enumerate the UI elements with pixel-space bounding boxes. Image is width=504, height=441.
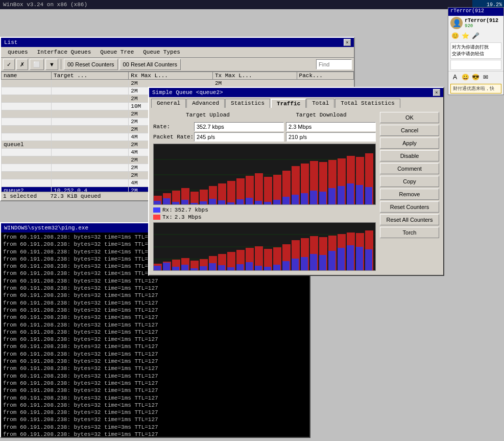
svg-rect-34 — [292, 195, 299, 205]
menu-interface-queues[interactable]: Interface Queues — [33, 48, 96, 56]
chat-smiley-btn[interactable]: 😊 — [450, 31, 460, 40]
svg-rect-6 — [163, 198, 170, 205]
comment-button[interactable]: Comment — [380, 163, 439, 174]
terminal-line: from 60.191.208.238: bytes=32 time<1ms T… — [3, 314, 307, 321]
table-row[interactable]: 2M 2M — [2, 80, 354, 87]
cell-target: 10.252.0.4 — [52, 187, 129, 192]
svg-rect-26 — [255, 201, 262, 205]
cell-name — [2, 118, 52, 126]
svg-rect-79 — [264, 267, 271, 271]
cell-name: queuel — [2, 141, 52, 149]
reset-counters-dialog-btn[interactable]: Reset Counters — [380, 201, 439, 213]
terminal-title-text: WINDOWS\system32\ping.exe — [4, 225, 88, 231]
chart-legend: Rx: 352.7 kbps Tx: 2.3 Mbps — [153, 207, 376, 220]
legend-rx: Rx: 352.7 kbps — [153, 207, 376, 213]
svg-rect-30 — [273, 200, 280, 205]
svg-rect-27 — [264, 177, 272, 205]
check-btn[interactable]: ✓ — [3, 59, 15, 70]
svg-rect-85 — [292, 259, 299, 271]
tab-statistics[interactable]: Statistics — [225, 99, 270, 108]
queue-list-title: List — [4, 39, 17, 45]
cancel-button[interactable]: Cancel — [380, 125, 439, 136]
cell-pack — [297, 80, 353, 87]
simple-queue-close-btn[interactable]: × — [433, 89, 440, 96]
terminal-line: from 60.191.208.238: bytes=32 time=1ms T… — [3, 409, 307, 416]
packet-rate-upload-field[interactable] — [194, 132, 284, 142]
terminal-line: from 60.191.208.238: bytes=32 time=1ms T… — [3, 394, 307, 402]
queue-list-close-btn[interactable]: × — [344, 39, 351, 46]
find-input[interactable] — [316, 59, 352, 69]
chat-user-row: 👤 rTerror(912 920 — [448, 16, 503, 30]
svg-rect-25 — [255, 173, 263, 205]
col-tx-max[interactable]: Tx Max L... — [212, 72, 297, 80]
queue-list-titlebar: List × — [1, 38, 354, 47]
queue-list-menubar: queues Interface Queues Queue Tree Queue… — [1, 47, 354, 58]
chat-star-btn[interactable]: ⭐ — [461, 31, 470, 40]
download-col: Target Download — [267, 112, 376, 119]
chat-bottom-btn3[interactable]: 😎 — [471, 73, 480, 82]
col-rx-max[interactable]: Rx Max L... — [129, 72, 213, 80]
torch-button[interactable]: Torch — [380, 227, 439, 238]
svg-rect-14 — [200, 201, 207, 205]
cancel-btn[interactable]: ✗ — [16, 59, 28, 70]
disable-button[interactable]: Disable — [380, 150, 439, 161]
tab-traffic[interactable]: Traffic — [271, 99, 306, 108]
menu-queues[interactable]: queues — [3, 48, 33, 56]
reset-counters-btn[interactable]: 00 Reset Counters — [64, 59, 118, 70]
svg-rect-4 — [154, 201, 161, 205]
cell-target — [52, 103, 129, 110]
copy-button[interactable]: Copy — [380, 176, 439, 187]
rate-label: Rate: — [153, 124, 194, 130]
legend-rx-color — [153, 207, 160, 213]
tab-advanced[interactable]: Advanced — [186, 99, 225, 108]
svg-rect-97 — [347, 245, 354, 271]
col-target[interactable]: Target ... — [52, 72, 129, 80]
svg-rect-55 — [154, 266, 161, 271]
rate-upload-field[interactable] — [194, 122, 284, 131]
upload-label: Target Upload — [153, 112, 262, 118]
download-label: Target Download — [267, 112, 376, 118]
terminal-line: from 60.191.208.238: bytes=32 time=1ms T… — [3, 299, 307, 307]
col-pack[interactable]: Pack... — [297, 72, 353, 80]
remove-button[interactable]: Remove — [380, 189, 439, 200]
copy-btn[interactable]: ⬜ — [30, 59, 44, 70]
chat-online-count: 920 — [465, 24, 498, 29]
svg-rect-22 — [236, 199, 244, 205]
simple-queue-titlebar: Simple Queue <queue2> × — [149, 88, 443, 97]
cell-name — [2, 133, 52, 141]
terminal-line: from 60.191.208.238: bytes=32 time=1ms T… — [3, 329, 307, 336]
tab-total[interactable]: Total — [306, 99, 334, 108]
svg-rect-8 — [172, 202, 179, 205]
tab-total-statistics[interactable]: Total Statistics — [335, 99, 400, 108]
svg-rect-75 — [246, 262, 253, 271]
menu-queue-tree[interactable]: Queue Tree — [95, 48, 138, 56]
packet-rate-download-field[interactable] — [286, 132, 376, 142]
chat-mic-btn[interactable]: 🎤 — [471, 31, 480, 40]
chat-bottom-btn2[interactable]: 😀 — [461, 73, 470, 82]
queued-size: 72.3 KiB queued — [50, 193, 101, 199]
svg-rect-95 — [338, 248, 345, 271]
filter-btn[interactable]: ▼ — [45, 59, 58, 70]
terminal-line: from 60.191.208.238: bytes=32 time=1ms T… — [3, 321, 307, 329]
reset-all-counters-btn[interactable]: 00 Reset All Counters — [119, 59, 181, 70]
terminal-line: from 60.191.208.238: bytes=32 time=1ms T… — [3, 416, 307, 423]
terminal-line: from 60.191.208.238: bytes=32 time=1ms T… — [3, 285, 307, 292]
svg-rect-99 — [356, 247, 363, 271]
chat-bottom-btn4[interactable]: ✉ — [481, 73, 490, 82]
apply-button[interactable]: Apply — [380, 137, 439, 149]
rate-download-field[interactable] — [286, 122, 376, 131]
svg-rect-65 — [200, 266, 207, 271]
chat-avatar: 👤 — [450, 17, 463, 29]
ok-button[interactable]: OK — [380, 112, 439, 123]
chat-status: rTerror(912 920 — [465, 18, 498, 29]
col-name[interactable]: name — [2, 72, 52, 80]
tab-general[interactable]: General — [151, 99, 186, 108]
svg-rect-48 — [356, 185, 363, 205]
reset-all-counters-dialog-btn[interactable]: Reset All Counters — [380, 214, 439, 225]
chat-bottom-btn1[interactable]: A — [450, 73, 460, 82]
terminal-line: from 60.191.208.238: bytes=32 time=1ms T… — [3, 307, 307, 314]
terminal-line: from 60.191.208.238: bytes=32 time=1ms T… — [3, 373, 307, 380]
cell-name — [2, 110, 52, 118]
menu-queue-types[interactable]: Queue Types — [138, 48, 185, 56]
chat-input-area[interactable] — [450, 60, 501, 70]
